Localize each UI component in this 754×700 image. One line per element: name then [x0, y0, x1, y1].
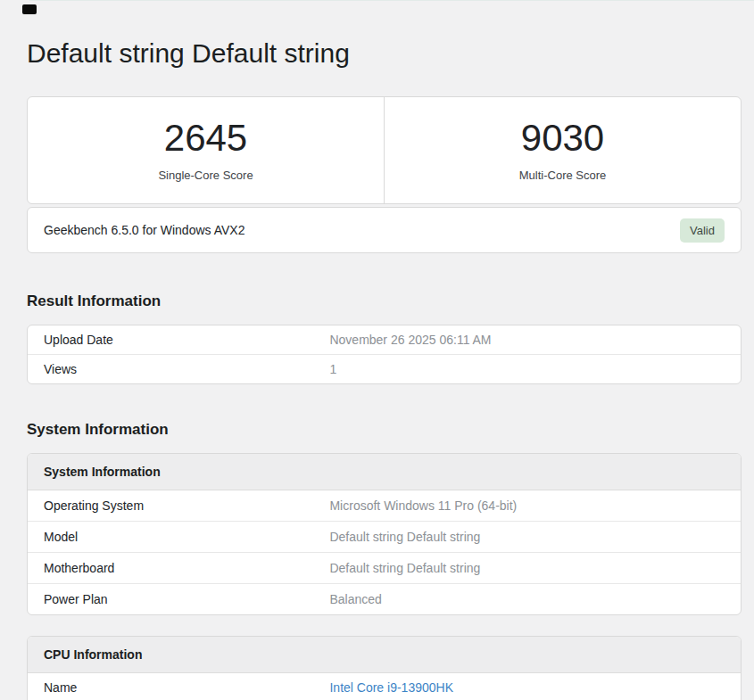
table-row: Motherboard Default string Default strin… [28, 552, 741, 583]
dark-marker-icon [22, 4, 37, 14]
row-value: 1 [329, 362, 725, 376]
multi-core-score-value: 9030 [521, 119, 604, 158]
table-row: Upload Date November 26 2025 06:11 AM [28, 325, 741, 354]
single-core-score-label: Single-Core Score [158, 169, 253, 182]
multi-core-score-label: Multi-Core Score [519, 169, 607, 182]
row-value: Default string Default string [329, 561, 725, 575]
row-label: Operating System [44, 498, 329, 513]
single-core-score-cell: 2645 Single-Core Score [28, 97, 385, 203]
row-label: Views [44, 362, 329, 376]
page-title: Default string Default string [27, 0, 742, 70]
row-label: Name [44, 680, 329, 695]
system-information-heading: System Information [27, 421, 742, 439]
row-label: Upload Date [44, 333, 329, 347]
table-row: Views 1 [28, 354, 741, 383]
result-information-table: Upload Date November 26 2025 06:11 AM Vi… [27, 325, 742, 384]
row-value: Default string Default string [329, 530, 725, 544]
row-value: November 26 2025 06:11 AM [329, 333, 725, 347]
table-row: Name Intel Core i9-13900HK [28, 673, 741, 700]
table-row: Model Default string Default string [28, 521, 741, 552]
row-label: Power Plan [44, 592, 329, 606]
benchmark-version-card: Geekbench 6.5.0 for Windows AVX2 Valid [27, 207, 742, 253]
valid-status-badge: Valid [680, 218, 725, 243]
benchmark-version-text: Geekbench 6.5.0 for Windows AVX2 [44, 223, 244, 237]
row-label: Motherboard [44, 561, 329, 575]
table-header: CPU Information [28, 637, 741, 673]
row-label: Model [44, 530, 329, 544]
multi-core-score-cell: 9030 Multi-Core Score [385, 97, 741, 203]
table-row: Operating System Microsoft Windows 11 Pr… [28, 490, 741, 521]
score-summary-card: 2645 Single-Core Score 9030 Multi-Core S… [27, 96, 742, 204]
top-divider [29, 0, 754, 1]
table-row: Power Plan Balanced [28, 583, 741, 614]
cpu-name-link[interactable]: Intel Core i9-13900HK [329, 680, 453, 695]
result-information-heading: Result Information [27, 292, 742, 310]
cpu-information-table: CPU Information Name Intel Core i9-13900… [27, 636, 742, 700]
row-value: Microsoft Windows 11 Pro (64-bit) [329, 498, 725, 513]
row-value: Balanced [329, 592, 725, 606]
page-content: Default string Default string 2645 Singl… [0, 0, 754, 700]
table-header: System Information [28, 454, 741, 490]
system-information-table: System Information Operating System Micr… [27, 453, 742, 615]
single-core-score-value: 2645 [164, 119, 247, 158]
